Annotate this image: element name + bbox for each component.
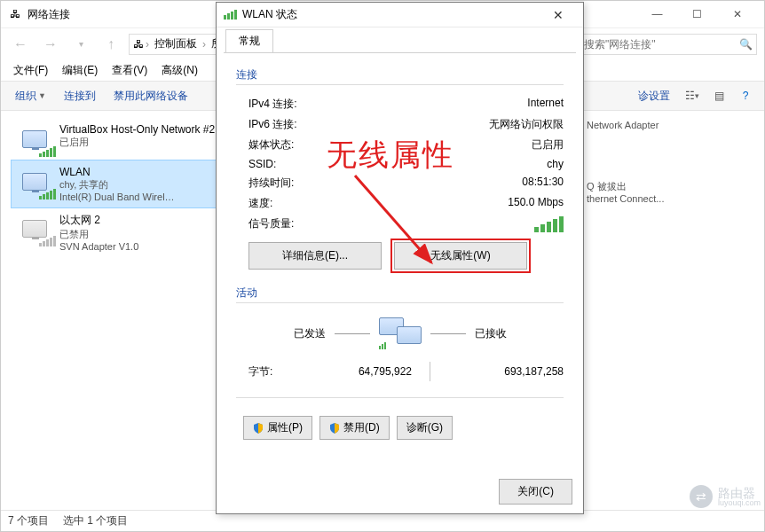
menu-advanced[interactable]: 高级(N) <box>156 61 203 80</box>
minimize-button[interactable]: — <box>637 1 677 27</box>
separator <box>430 362 430 381</box>
activity-row: 已发送 已接收 <box>236 312 564 353</box>
connection-text: WLAN chy, 共享的 Intel(R) Dual Band Wirel… <box>59 166 175 202</box>
connection-extra-column: Network Adapter Q 被拔出 thernet Connect... <box>587 120 664 204</box>
menu-edit[interactable]: 编辑(E) <box>57 61 103 80</box>
tab-strip: 常规 <box>217 27 583 52</box>
diagnose-button[interactable]: 诊断(G) <box>397 416 453 440</box>
dialog-footer: 关闭(C) <box>499 479 572 505</box>
dash-icon <box>430 333 466 334</box>
dialog-title: WLAN 状态 <box>242 7 297 22</box>
bytes-label: 字节: <box>248 364 296 379</box>
window-controls: — ☐ ✕ <box>637 1 757 27</box>
maximize-button[interactable]: ☐ <box>677 1 717 27</box>
extra-ethernet-connect: Q 被拔出 thernet Connect... <box>587 180 664 204</box>
dialog-titlebar: WLAN 状态 ✕ <box>217 3 583 27</box>
signal-bars-icon <box>534 216 564 232</box>
extra-network-adapter: Network Adapter <box>587 120 664 130</box>
details-button[interactable]: 详细信息(E)... <box>248 242 382 270</box>
search-input[interactable] <box>584 38 739 51</box>
speed-value: 150.0 Mbps <box>508 196 564 211</box>
app-icon: 🖧 <box>8 7 22 21</box>
wlan-status-dialog: WLAN 状态 ✕ 常规 连接 IPv4 连接:Internet IPv6 连接… <box>216 2 584 514</box>
status-selected-count: 选中 1 个项目 <box>63 513 128 528</box>
watermark-icon: ⇄ <box>690 485 713 508</box>
bottom-buttons: 属性(P) 禁用(D) 诊断(G) <box>236 407 564 440</box>
sent-label: 已发送 <box>294 326 326 341</box>
wireless-properties-button[interactable]: 无线属性(W) <box>394 242 527 270</box>
disable-button[interactable]: 禁用(D) <box>319 416 390 440</box>
menu-file[interactable]: 文件(F) <box>8 61 53 80</box>
view-layout-button[interactable]: ☷▾ <box>681 85 704 106</box>
connection-text: 以太网 2 已禁用 SVN Adapter V1.0 <box>59 213 138 252</box>
group-connection: 连接 <box>236 67 564 82</box>
dialog-close-ok-button[interactable]: 关闭(C) <box>499 479 572 505</box>
bytes-sent: 64,795,922 <box>296 365 412 378</box>
status-item-count: 7 个项目 <box>8 513 49 528</box>
menu-view[interactable]: 查看(V) <box>106 61 153 80</box>
recv-label: 已接收 <box>475 326 507 341</box>
duration-value: 08:51:30 <box>522 176 564 191</box>
dash-icon <box>335 333 370 334</box>
properties-button[interactable]: 属性(P) <box>243 416 312 440</box>
search-box[interactable]: 🔍 <box>580 34 757 55</box>
close-button[interactable]: ✕ <box>717 1 757 27</box>
signal-value <box>534 216 564 232</box>
signal-icon <box>224 10 237 20</box>
group-activity: 活动 <box>236 286 564 301</box>
ssid-value: chy <box>547 158 564 170</box>
help-button[interactable]: ? <box>734 85 757 106</box>
crumb-sep: › <box>201 38 208 51</box>
media-label: 媒体状态: <box>248 137 294 153</box>
ssid-label: SSID: <box>248 158 276 170</box>
crumb-sep: › <box>144 38 151 51</box>
ipv4-label: IPv4 连接: <box>248 97 297 112</box>
watermark: ⇄ 路由器luyouqi.com <box>690 485 761 508</box>
search-icon[interactable]: 🔍 <box>739 38 753 51</box>
nav-up-button[interactable]: ↑ <box>99 32 123 57</box>
duration-label: 持续时间: <box>248 176 294 191</box>
view-preview-button[interactable]: ▤ <box>707 85 730 106</box>
tab-body: 连接 IPv4 连接:Internet IPv6 连接:无网络访问权限 媒体状态… <box>224 52 576 478</box>
location-icon: 🖧 <box>133 38 144 51</box>
ipv4-value: Internet <box>527 97 564 112</box>
detail-buttons: 详细信息(E)... 无线属性(W) <box>236 235 564 273</box>
network-adapter-icon <box>17 213 52 245</box>
network-adapter-icon <box>17 166 52 198</box>
nav-forward-button[interactable]: → <box>38 32 63 57</box>
toolbar-diag-settings[interactable]: 诊设置 <box>631 85 677 107</box>
computers-icon <box>379 317 422 349</box>
bytes-row: 字节: 64,795,922 693,187,258 <box>236 353 564 381</box>
ipv6-value: 无网络访问权限 <box>489 117 564 132</box>
toolbar-organize[interactable]: 组织▼ <box>8 85 53 107</box>
shield-icon <box>329 423 340 434</box>
nav-back-button[interactable]: ← <box>8 32 33 57</box>
crumb-control-panel[interactable]: 控制面板 <box>151 36 201 51</box>
connection-text: VirtualBox Host-Only Network #2 已启用 <box>59 123 215 149</box>
media-value: 已启用 <box>532 137 564 153</box>
ipv6-label: IPv6 连接: <box>248 117 297 132</box>
tab-general[interactable]: 常规 <box>225 29 273 53</box>
toolbar-connect-to[interactable]: 连接到 <box>57 85 103 107</box>
nav-recent-button[interactable]: ▾ <box>68 32 93 57</box>
dialog-close-button[interactable]: ✕ <box>540 4 576 26</box>
signal-label: 信号质量: <box>248 216 294 232</box>
shield-icon <box>253 423 264 434</box>
toolbar-disable-device[interactable]: 禁用此网络设备 <box>106 85 195 107</box>
bytes-recv: 693,187,258 <box>448 365 564 378</box>
network-adapter-icon <box>17 123 52 155</box>
speed-label: 速度: <box>248 196 272 211</box>
